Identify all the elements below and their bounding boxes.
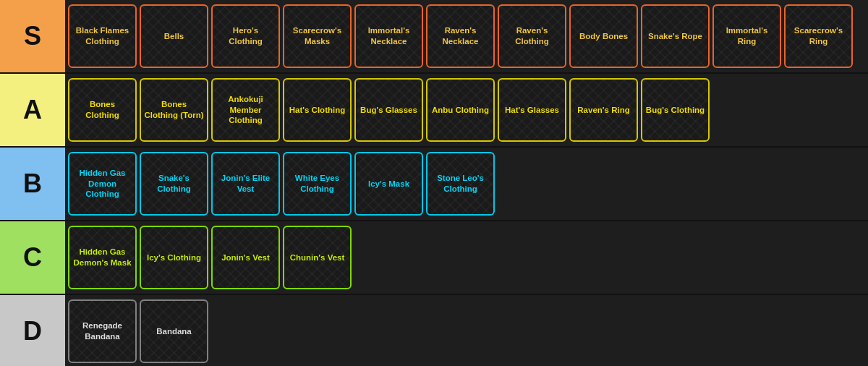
item-card[interactable]: Icy's Mask [354, 152, 423, 216]
item-card[interactable]: Bug's Clothing [641, 78, 710, 142]
item-card[interactable]: Body Bones [569, 4, 638, 68]
item-card[interactable]: Raven's Clothing [498, 4, 566, 68]
item-card[interactable]: Snake's Rope [641, 4, 710, 68]
tier-label-c: C [0, 221, 65, 294]
item-card[interactable]: Black Flames Clothing [68, 4, 137, 68]
item-card[interactable]: Hidden Gas Demon's Mask [68, 226, 137, 289]
item-card[interactable]: Ankokuji Member Clothing [211, 78, 280, 142]
tier-row-s: SBlack Flames ClothingBellsHero's Clothi… [0, 0, 868, 74]
item-card[interactable]: Anbu Clothing [426, 78, 495, 142]
item-card[interactable]: Snake's Clothing [140, 152, 208, 216]
tier-items-b: Hidden Gas Demon ClothingSnake's Clothin… [65, 148, 868, 220]
tier-list: SBlack Flames ClothingBellsHero's Clothi… [0, 0, 868, 366]
item-card[interactable]: Renegade Bandana [68, 299, 137, 363]
tier-row-b: BHidden Gas Demon ClothingSnake's Clothi… [0, 148, 868, 221]
item-card[interactable]: Bandana [140, 299, 208, 363]
item-card[interactable]: Raven's Ring [569, 78, 638, 142]
tier-row-d: DRenegade BandanaBandana [0, 295, 868, 366]
tier-items-c: Hidden Gas Demon's MaskIcy's ClothingJon… [65, 221, 868, 294]
tier-label-d: D [0, 295, 65, 366]
item-card[interactable]: Immortal's Necklace [354, 4, 423, 68]
tier-items-d: Renegade BandanaBandana [65, 295, 868, 366]
tier-row-a: ABones ClothingBones Clothing (Torn)Anko… [0, 74, 868, 148]
item-card[interactable]: Chunin's Vest [283, 226, 352, 289]
tier-items-a: Bones ClothingBones Clothing (Torn)Ankok… [65, 74, 868, 146]
tier-row-c: CHidden Gas Demon's MaskIcy's ClothingJo… [0, 221, 868, 295]
item-card[interactable]: Jonin's Vest [211, 226, 280, 289]
tier-label-a: A [0, 74, 65, 146]
item-card[interactable]: Bug's Glasses [354, 78, 423, 142]
item-card[interactable]: Immortal's Ring [712, 4, 781, 68]
item-card[interactable]: Bones Clothing (Torn) [140, 78, 208, 142]
item-card[interactable]: Scarecrow's Masks [283, 4, 352, 68]
item-card[interactable]: Hero's Clothing [211, 4, 280, 68]
item-card[interactable]: Bells [140, 4, 208, 68]
item-card[interactable]: Raven's Necklace [426, 4, 495, 68]
item-card[interactable]: Hat's Clothing [283, 78, 352, 142]
item-card[interactable]: Jonin's Elite Vest [211, 152, 280, 216]
tier-label-b: B [0, 148, 65, 220]
tier-label-s: S [0, 0, 65, 72]
item-card[interactable]: Icy's Clothing [140, 226, 208, 289]
item-card[interactable]: Stone Leo's Clothing [426, 152, 495, 216]
item-card[interactable]: Bones Clothing [68, 78, 137, 142]
tier-items-s: Black Flames ClothingBellsHero's Clothin… [65, 0, 868, 72]
item-card[interactable]: Scarecrow's Ring [784, 4, 853, 68]
item-card[interactable]: Hidden Gas Demon Clothing [68, 152, 137, 216]
item-card[interactable]: White Eyes Clothing [283, 152, 352, 216]
item-card[interactable]: Hat's Glasses [498, 78, 566, 142]
